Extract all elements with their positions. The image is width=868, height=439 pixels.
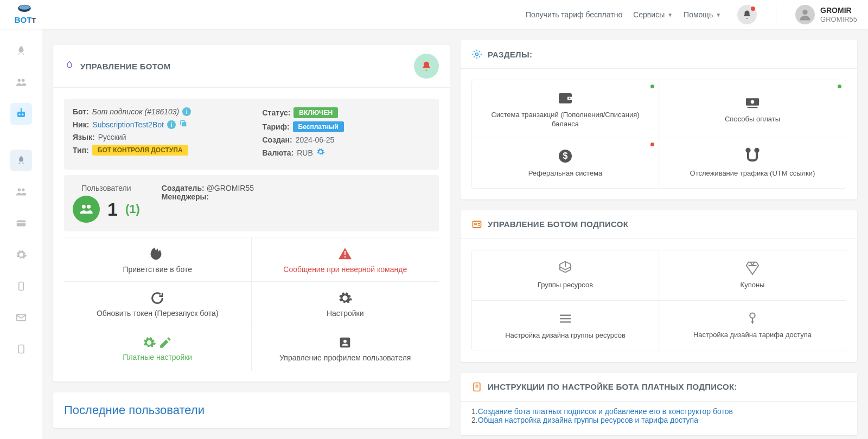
svg-text:T: T — [31, 16, 36, 24]
sidebar-item-users-2[interactable] — [10, 181, 32, 203]
svg-rect-19 — [182, 122, 186, 126]
copy-icon[interactable] — [179, 119, 188, 130]
bot-lang: Русский — [98, 133, 126, 141]
dollar-icon: $ — [557, 147, 574, 165]
instr-num: 2. — [471, 416, 478, 424]
action-settings[interactable]: Настройки — [252, 282, 439, 326]
type-label: Тип: — [73, 146, 89, 154]
action-label: Управление профилем пользователя — [279, 353, 411, 362]
key-icon — [745, 311, 760, 326]
sidebar-item-users[interactable] — [10, 72, 32, 93]
users-stat-title: Пользователи — [73, 184, 140, 192]
status-dot — [838, 85, 841, 88]
user-names: GROMIR GROMIR55 — [820, 6, 857, 23]
nick-label: Ник: — [73, 120, 89, 129]
bot-name: Бот подписок (#186103) — [92, 107, 179, 116]
action-label: Сообщение при неверной команде — [283, 265, 407, 274]
subsection-coupons[interactable]: Купоны — [659, 250, 846, 300]
robot-icon — [15, 107, 28, 120]
info-icon[interactable]: i — [167, 120, 176, 129]
refresh-icon — [150, 290, 165, 306]
sidebar-item-bot[interactable] — [10, 103, 32, 125]
svg-rect-18 — [18, 345, 24, 353]
sidebar — [0, 29, 42, 439]
instr-num: 1. — [471, 407, 478, 416]
action-paid-settings[interactable]: Платные настройки — [64, 326, 252, 371]
gear-icon[interactable] — [316, 147, 325, 158]
cube-icon — [557, 260, 573, 276]
section-referral[interactable]: $ Реферальная система — [472, 138, 659, 188]
free-tariff-link[interactable]: Получить тариф бесплатно — [526, 10, 622, 19]
sidebar-item-mail[interactable] — [10, 307, 32, 328]
services-link[interactable]: Сервисы ▼ — [633, 10, 673, 19]
managers-label: Менеджеры: — [162, 192, 209, 201]
sidebar-item-mobile[interactable] — [10, 275, 32, 297]
services-label: Сервисы — [633, 10, 665, 19]
action-refresh-token[interactable]: Обновить токен (Перезапуск бота) — [64, 282, 252, 326]
notification-dot — [751, 7, 755, 11]
rocket-icon — [16, 155, 27, 166]
sections-grid: Система транзакций (Пополнения/Списания)… — [471, 80, 846, 189]
subsection-group-design[interactable]: Настройка дизайна группы ресурсов — [472, 301, 659, 351]
svg-point-6 — [22, 79, 24, 82]
avatar — [795, 5, 815, 24]
action-profile-manage[interactable]: Управление профилем пользователя — [252, 326, 439, 371]
header-nav: Получить тариф бесплатно Сервисы ▼ Помощ… — [526, 5, 857, 24]
svg-point-8 — [19, 114, 21, 115]
panel-title: УПРАВЛЕНИЕ БОТОМ — [80, 62, 171, 71]
notifications-button[interactable] — [737, 5, 757, 24]
action-label: Платные настройки — [123, 353, 192, 361]
bell-icon — [421, 61, 432, 72]
last-users-title: Последние пользователи — [64, 403, 439, 417]
svg-text:BOT: BOT — [15, 15, 32, 24]
sidebar-item-rocket[interactable] — [10, 40, 32, 62]
alert-button[interactable] — [414, 54, 439, 79]
chevron-down-icon: ▼ — [667, 12, 673, 18]
svg-point-34 — [746, 149, 749, 152]
mail-icon — [15, 312, 27, 324]
action-wrong-command[interactable]: Сообщение при неверной команде — [252, 237, 439, 282]
chevron-down-icon: ▼ — [716, 12, 721, 18]
app-header: BOT T Получить тариф бесплатно Сервисы ▼… — [0, 0, 868, 29]
gear-icon — [15, 249, 27, 261]
instruction-link-2[interactable]: Общая настройка дизайна группы ресурсов … — [478, 416, 698, 424]
card-icon — [15, 217, 27, 229]
section-transactions[interactable]: Система транзакций (Пополнения/Списания)… — [472, 80, 659, 138]
sidebar-item-card[interactable] — [10, 212, 32, 234]
stats-box: Пользователи 1 (1) Создатель — [64, 175, 439, 231]
section-utm[interactable]: Отслеживание трафика (UTM ссылки) — [659, 138, 846, 188]
svg-point-28 — [569, 98, 571, 99]
action-greeting[interactable]: Приветствие в боте — [64, 237, 252, 282]
mobile-icon — [16, 281, 27, 292]
bot-label: Бот: — [73, 107, 89, 116]
info-icon[interactable]: i — [182, 107, 191, 116]
status-badge[interactable]: ВКЛЮЧЕН — [293, 107, 338, 118]
gear-icon — [337, 290, 353, 306]
edit-icon — [158, 335, 173, 350]
sidebar-item-tablet[interactable] — [10, 338, 32, 360]
tariff-badge[interactable]: Бесплатный — [293, 121, 344, 132]
instruction-link-1[interactable]: Создание бота платных подписок и добавле… — [478, 407, 733, 416]
warning-icon — [337, 246, 353, 262]
subsection-tariff-design[interactable]: Настройка дизайна тарифа доступа — [659, 301, 846, 351]
sub-sections-grid: Группы ресурсов Купоны Настройка дизайна… — [471, 250, 846, 351]
user-menu[interactable]: GROMIR GROMIR55 — [795, 5, 857, 24]
subsection-resource-groups[interactable]: Группы ресурсов — [472, 250, 659, 300]
sidebar-item-rocket-2[interactable] — [10, 150, 32, 171]
help-label: Помощь — [684, 10, 713, 19]
bot-currency: RUB — [297, 149, 313, 157]
bot-nick-link[interactable]: SubscriptionTest2Bot — [92, 120, 164, 129]
section-label: Система транзакций (Пополнения/Списания)… — [481, 111, 650, 129]
logo[interactable]: BOT T — [11, 4, 49, 25]
bot-info-box: Бот: Бот подписок (#186103) i Ник: Subsc… — [64, 99, 439, 170]
sidebar-item-settings[interactable] — [10, 244, 32, 266]
divider — [776, 5, 776, 24]
tariff-label: Тариф: — [263, 122, 290, 131]
help-link[interactable]: Помощь ▼ — [684, 10, 721, 19]
currency-label: Валюта: — [263, 149, 294, 157]
bot-type-badge: БОТ КОНТРОЛЯ ДОСТУПА — [92, 145, 188, 156]
svg-rect-36 — [473, 221, 481, 228]
status-dot — [650, 143, 654, 146]
section-payment-methods[interactable]: Способы оплаты — [659, 80, 846, 138]
instructions-panel: ИНСТРУКЦИИ ПО НАСТРОЙКЕ БОТА ПЛАТНЫХ ПОД… — [461, 373, 857, 435]
